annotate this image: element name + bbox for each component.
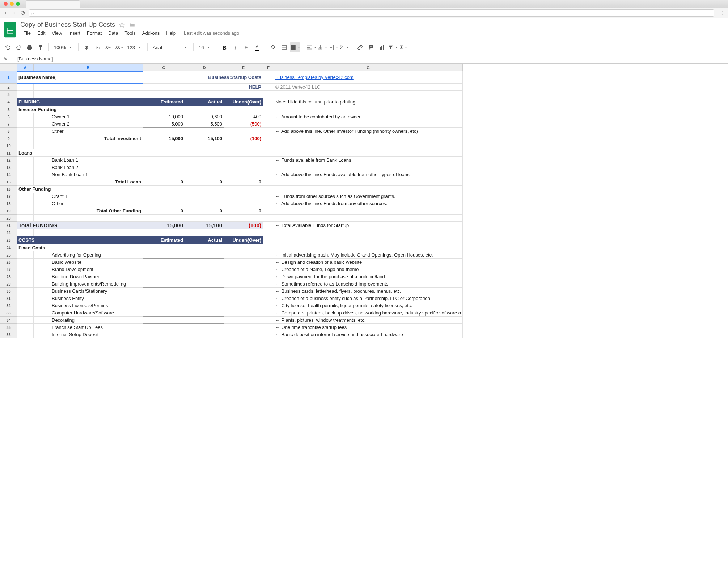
row-header-17[interactable]: 17 [0, 193, 17, 200]
cell-D13[interactable] [185, 164, 224, 171]
cell-F24[interactable] [263, 244, 274, 251]
cell-G15[interactable] [274, 178, 463, 186]
cell-C16[interactable] [143, 186, 185, 193]
cell-C30[interactable] [143, 288, 185, 295]
row-header-11[interactable]: 11 [0, 149, 17, 157]
cell-D14[interactable] [185, 171, 224, 178]
strike-button[interactable]: S [241, 42, 251, 52]
cell-E28[interactable] [224, 273, 263, 280]
cell-A7[interactable] [17, 120, 34, 128]
cell-A8[interactable] [17, 128, 34, 135]
row-header-20[interactable]: 20 [0, 215, 17, 222]
cell-F1[interactable] [263, 71, 274, 84]
cell-C12[interactable] [143, 157, 185, 164]
cell-A13[interactable] [17, 164, 34, 171]
cell-E17[interactable] [224, 193, 263, 200]
cell-C13[interactable] [143, 164, 185, 171]
menu-view[interactable]: View [49, 29, 65, 37]
cell-C36[interactable] [143, 331, 185, 338]
cell-C8[interactable] [143, 128, 185, 135]
cell-G30[interactable]: ← Business cards, letterhead, flyers, br… [274, 288, 463, 295]
cell-B3[interactable] [34, 91, 143, 98]
star-icon[interactable] [119, 22, 125, 28]
cell-A23[interactable]: COSTS [17, 236, 143, 244]
borders-button[interactable] [279, 42, 289, 52]
cell-B33[interactable]: Computer Hardware/Software [34, 309, 143, 317]
cell-B32[interactable]: Business Licenses/Permits [34, 302, 143, 309]
cell-C29[interactable] [143, 280, 185, 288]
cell-F11[interactable] [263, 149, 274, 157]
cell-D24[interactable] [185, 244, 224, 251]
cell-A26[interactable] [17, 259, 34, 266]
window-minimize-button[interactable] [10, 2, 14, 6]
merge-cells-button[interactable] [290, 42, 300, 52]
cell-F33[interactable] [263, 309, 274, 317]
menu-insert[interactable]: Insert [65, 29, 83, 37]
cell-A6[interactable] [17, 113, 34, 120]
cell-D10[interactable] [185, 142, 224, 149]
cell-C25[interactable] [143, 251, 185, 259]
cell-G19[interactable] [274, 207, 463, 215]
cell-A20[interactable] [17, 215, 34, 222]
cell-E10[interactable] [224, 142, 263, 149]
cell-B19[interactable]: Total Other Funding [34, 207, 143, 215]
cell-E15[interactable]: 0 [224, 178, 263, 186]
format-currency-button[interactable]: $ [81, 42, 92, 52]
cell-F9[interactable] [263, 135, 274, 142]
cell-G8[interactable]: ← Add above this line. Other Investor Fu… [274, 128, 463, 135]
cell-C34[interactable] [143, 317, 185, 324]
cell-C4[interactable]: Estimated [143, 98, 185, 106]
col-header-G[interactable]: G [274, 64, 463, 71]
cell-F6[interactable] [263, 113, 274, 120]
cell-E5[interactable] [224, 106, 263, 113]
cell-D22[interactable] [185, 229, 224, 236]
col-header-D[interactable]: D [185, 64, 224, 71]
cell-A27[interactable] [17, 266, 34, 273]
cell-B27[interactable]: Brand Development [34, 266, 143, 273]
cell-D18[interactable] [185, 200, 224, 207]
cell-E30[interactable] [224, 288, 263, 295]
cell-C3[interactable] [143, 91, 185, 98]
menu-data[interactable]: Data [105, 29, 121, 37]
cell-E2-help[interactable]: HELP [224, 84, 263, 91]
cell-G12[interactable]: ← Funds available from Bank Loans [274, 157, 463, 164]
cell-E21[interactable]: (100) [224, 222, 263, 229]
cell-D11[interactable] [185, 149, 224, 157]
cell-G17[interactable]: ← Funds from other sources such as Gover… [274, 193, 463, 200]
cell-E33[interactable] [224, 309, 263, 317]
cell-A5[interactable]: Investor Funding [17, 106, 143, 113]
cell-F30[interactable] [263, 288, 274, 295]
cell-C6[interactable]: 10,000 [143, 113, 185, 120]
cell-B13[interactable]: Bank Loan 2 [34, 164, 143, 171]
cell-G18[interactable]: ← Add above this line. Funds from any ot… [274, 200, 463, 207]
row-header-28[interactable]: 28 [0, 273, 17, 280]
decrease-decimal-button[interactable]: .0← [103, 42, 113, 52]
cell-E12[interactable] [224, 157, 263, 164]
cell-B2[interactable] [34, 84, 143, 91]
cell-D17[interactable] [185, 193, 224, 200]
row-header-14[interactable]: 14 [0, 171, 17, 178]
row-header-26[interactable]: 26 [0, 259, 17, 266]
row-header-25[interactable]: 25 [0, 251, 17, 259]
cell-D27[interactable] [185, 266, 224, 273]
row-header-27[interactable]: 27 [0, 266, 17, 273]
cell-A15[interactable] [17, 178, 34, 186]
cell-B18[interactable]: Other [34, 200, 143, 207]
cell-C35[interactable] [143, 324, 185, 331]
cell-D15[interactable]: 0 [185, 178, 224, 186]
cell-G22[interactable] [274, 229, 463, 236]
cell-F27[interactable] [263, 266, 274, 273]
cell-A11[interactable]: Loans [17, 149, 143, 157]
cell-E19[interactable]: 0 [224, 207, 263, 215]
cell-C5[interactable] [143, 106, 185, 113]
cell-E31[interactable] [224, 295, 263, 302]
cell-C15[interactable]: 0 [143, 178, 185, 186]
vertex-link[interactable]: Business Templates by Vertex42.com [275, 75, 354, 80]
cell-F4[interactable] [263, 98, 274, 106]
cell-G31[interactable]: ← Creation of a business entity such as … [274, 295, 463, 302]
menu-tools[interactable]: Tools [122, 29, 138, 37]
font-size-select[interactable]: 16 [196, 45, 213, 50]
cell-C11[interactable] [143, 149, 185, 157]
cell-G32[interactable]: ← City license, health permits, liquor p… [274, 302, 463, 309]
cell-G35[interactable]: ← One time franchise startup fees [274, 324, 463, 331]
